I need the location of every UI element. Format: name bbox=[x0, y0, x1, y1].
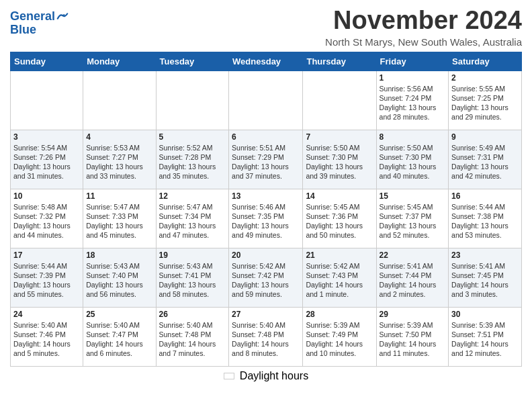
legend-box bbox=[224, 373, 234, 379]
calendar-cell: 2Sunrise: 5:55 AMSunset: 7:25 PMDaylight… bbox=[449, 71, 522, 130]
day-number: 20 bbox=[232, 250, 300, 260]
calendar-cell bbox=[303, 71, 376, 130]
day-number: 24 bbox=[13, 310, 80, 319]
calendar-cell bbox=[156, 71, 229, 130]
calendar-header-sunday: Sunday bbox=[11, 52, 83, 71]
calendar-cell: 24Sunrise: 5:40 AMSunset: 7:46 PMDayligh… bbox=[11, 307, 83, 366]
day-info: Sunrise: 5:50 AMSunset: 7:30 PMDaylight:… bbox=[380, 143, 445, 181]
day-number: 17 bbox=[13, 250, 80, 260]
day-number: 14 bbox=[306, 191, 373, 201]
calendar-cell: 15Sunrise: 5:45 AMSunset: 7:37 PMDayligh… bbox=[376, 189, 448, 248]
logo-text2: Blue bbox=[10, 24, 36, 37]
calendar-cell: 7Sunrise: 5:50 AMSunset: 7:30 PMDaylight… bbox=[303, 130, 376, 189]
day-info: Sunrise: 5:40 AMSunset: 7:48 PMDaylight:… bbox=[232, 320, 300, 359]
day-info: Sunrise: 5:44 AMSunset: 7:38 PMDaylight:… bbox=[451, 202, 519, 240]
calendar-cell: 29Sunrise: 5:39 AMSunset: 7:50 PMDayligh… bbox=[376, 307, 448, 366]
day-number: 6 bbox=[232, 132, 300, 142]
calendar-cell bbox=[83, 71, 156, 130]
day-number: 26 bbox=[159, 310, 226, 319]
day-number: 3 bbox=[13, 132, 80, 142]
calendar-table: SundayMondayTuesdayWednesdayThursdayFrid… bbox=[10, 52, 522, 367]
day-info: Sunrise: 5:47 AMSunset: 7:34 PMDaylight:… bbox=[159, 202, 226, 240]
calendar-header-wednesday: Wednesday bbox=[229, 52, 303, 71]
calendar-header-thursday: Thursday bbox=[303, 52, 376, 71]
calendar-cell: 16Sunrise: 5:44 AMSunset: 7:38 PMDayligh… bbox=[449, 189, 522, 248]
calendar-cell: 17Sunrise: 5:44 AMSunset: 7:39 PMDayligh… bbox=[11, 248, 83, 307]
day-number: 9 bbox=[451, 132, 519, 142]
day-info: Sunrise: 5:39 AMSunset: 7:49 PMDaylight:… bbox=[306, 320, 373, 359]
calendar-cell: 11Sunrise: 5:47 AMSunset: 7:33 PMDayligh… bbox=[83, 189, 156, 248]
calendar-cell: 14Sunrise: 5:45 AMSunset: 7:36 PMDayligh… bbox=[303, 189, 376, 248]
calendar-cell: 22Sunrise: 5:41 AMSunset: 7:44 PMDayligh… bbox=[376, 248, 448, 307]
day-number: 16 bbox=[451, 191, 519, 201]
subtitle: North St Marys, New South Wales, Austral… bbox=[69, 36, 522, 48]
day-number: 23 bbox=[451, 250, 519, 260]
day-number: 28 bbox=[306, 310, 373, 319]
day-info: Sunrise: 5:45 AMSunset: 7:37 PMDaylight:… bbox=[380, 202, 445, 240]
logo-text: General bbox=[10, 10, 55, 24]
day-info: Sunrise: 5:42 AMSunset: 7:43 PMDaylight:… bbox=[306, 261, 373, 300]
calendar-cell: 1Sunrise: 5:56 AMSunset: 7:24 PMDaylight… bbox=[376, 71, 448, 130]
calendar-week-2: 3Sunrise: 5:54 AMSunset: 7:26 PMDaylight… bbox=[11, 130, 522, 189]
day-number: 19 bbox=[159, 250, 226, 260]
day-info: Sunrise: 5:41 AMSunset: 7:44 PMDaylight:… bbox=[380, 261, 445, 300]
day-info: Sunrise: 5:45 AMSunset: 7:36 PMDaylight:… bbox=[306, 202, 373, 240]
calendar-week-1: 1Sunrise: 5:56 AMSunset: 7:24 PMDaylight… bbox=[11, 71, 522, 130]
month-title: November 2024 bbox=[69, 7, 522, 35]
calendar-header-tuesday: Tuesday bbox=[156, 52, 229, 71]
day-number: 25 bbox=[86, 310, 152, 319]
day-number: 7 bbox=[306, 132, 373, 142]
day-number: 27 bbox=[232, 310, 300, 319]
title-area: November 2024 North St Marys, New South … bbox=[69, 7, 522, 48]
calendar-cell bbox=[11, 71, 83, 130]
day-info: Sunrise: 5:39 AMSunset: 7:51 PMDaylight:… bbox=[451, 320, 519, 359]
day-info: Sunrise: 5:56 AMSunset: 7:24 PMDaylight:… bbox=[380, 84, 445, 122]
calendar-cell: 9Sunrise: 5:49 AMSunset: 7:31 PMDaylight… bbox=[449, 130, 522, 189]
calendar-cell: 4Sunrise: 5:53 AMSunset: 7:27 PMDaylight… bbox=[83, 130, 156, 189]
day-number: 8 bbox=[380, 132, 445, 142]
day-info: Sunrise: 5:54 AMSunset: 7:26 PMDaylight:… bbox=[13, 143, 80, 181]
calendar-cell: 12Sunrise: 5:47 AMSunset: 7:34 PMDayligh… bbox=[156, 189, 229, 248]
legend-label: Daylight hours bbox=[240, 370, 308, 382]
day-number: 13 bbox=[232, 191, 300, 201]
calendar-cell: 23Sunrise: 5:41 AMSunset: 7:45 PMDayligh… bbox=[449, 248, 522, 307]
day-number: 11 bbox=[86, 191, 152, 201]
day-info: Sunrise: 5:50 AMSunset: 7:30 PMDaylight:… bbox=[306, 143, 373, 181]
day-info: Sunrise: 5:46 AMSunset: 7:35 PMDaylight:… bbox=[232, 202, 300, 240]
calendar-header-monday: Monday bbox=[83, 52, 156, 71]
calendar-cell: 19Sunrise: 5:43 AMSunset: 7:41 PMDayligh… bbox=[156, 248, 229, 307]
day-info: Sunrise: 5:49 AMSunset: 7:31 PMDaylight:… bbox=[451, 143, 519, 181]
day-number: 18 bbox=[86, 250, 152, 260]
day-info: Sunrise: 5:47 AMSunset: 7:33 PMDaylight:… bbox=[86, 202, 152, 240]
day-info: Sunrise: 5:53 AMSunset: 7:27 PMDaylight:… bbox=[86, 143, 152, 181]
calendar-cell: 30Sunrise: 5:39 AMSunset: 7:51 PMDayligh… bbox=[449, 307, 522, 366]
day-info: Sunrise: 5:55 AMSunset: 7:25 PMDaylight:… bbox=[451, 84, 519, 122]
calendar-header-friday: Friday bbox=[376, 52, 448, 71]
day-info: Sunrise: 5:42 AMSunset: 7:42 PMDaylight:… bbox=[232, 261, 300, 300]
footer: Daylight hours bbox=[10, 370, 522, 382]
calendar-header-row: SundayMondayTuesdayWednesdayThursdayFrid… bbox=[11, 52, 522, 71]
calendar-cell: 20Sunrise: 5:42 AMSunset: 7:42 PMDayligh… bbox=[229, 248, 303, 307]
day-info: Sunrise: 5:40 AMSunset: 7:47 PMDaylight:… bbox=[86, 320, 152, 359]
calendar-cell: 26Sunrise: 5:40 AMSunset: 7:48 PMDayligh… bbox=[156, 307, 229, 366]
day-info: Sunrise: 5:48 AMSunset: 7:32 PMDaylight:… bbox=[13, 202, 80, 240]
calendar-cell: 28Sunrise: 5:39 AMSunset: 7:49 PMDayligh… bbox=[303, 307, 376, 366]
calendar-week-4: 17Sunrise: 5:44 AMSunset: 7:39 PMDayligh… bbox=[11, 248, 522, 307]
logo: General Blue bbox=[10, 10, 69, 37]
calendar-cell: 27Sunrise: 5:40 AMSunset: 7:48 PMDayligh… bbox=[229, 307, 303, 366]
day-number: 30 bbox=[451, 310, 519, 319]
day-info: Sunrise: 5:43 AMSunset: 7:41 PMDaylight:… bbox=[159, 261, 226, 300]
day-number: 21 bbox=[306, 250, 373, 260]
day-info: Sunrise: 5:43 AMSunset: 7:40 PMDaylight:… bbox=[86, 261, 152, 300]
day-number: 10 bbox=[13, 191, 80, 201]
day-info: Sunrise: 5:40 AMSunset: 7:46 PMDaylight:… bbox=[13, 320, 80, 359]
day-info: Sunrise: 5:40 AMSunset: 7:48 PMDaylight:… bbox=[159, 320, 226, 359]
calendar-cell: 3Sunrise: 5:54 AMSunset: 7:26 PMDaylight… bbox=[11, 130, 83, 189]
calendar-cell: 13Sunrise: 5:46 AMSunset: 7:35 PMDayligh… bbox=[229, 189, 303, 248]
day-number: 12 bbox=[159, 191, 226, 201]
calendar-cell: 5Sunrise: 5:52 AMSunset: 7:28 PMDaylight… bbox=[156, 130, 229, 189]
header: General Blue November 2024 North St Mary… bbox=[10, 7, 522, 48]
day-number: 15 bbox=[380, 191, 445, 201]
calendar-cell: 21Sunrise: 5:42 AMSunset: 7:43 PMDayligh… bbox=[303, 248, 376, 307]
day-info: Sunrise: 5:52 AMSunset: 7:28 PMDaylight:… bbox=[159, 143, 226, 181]
